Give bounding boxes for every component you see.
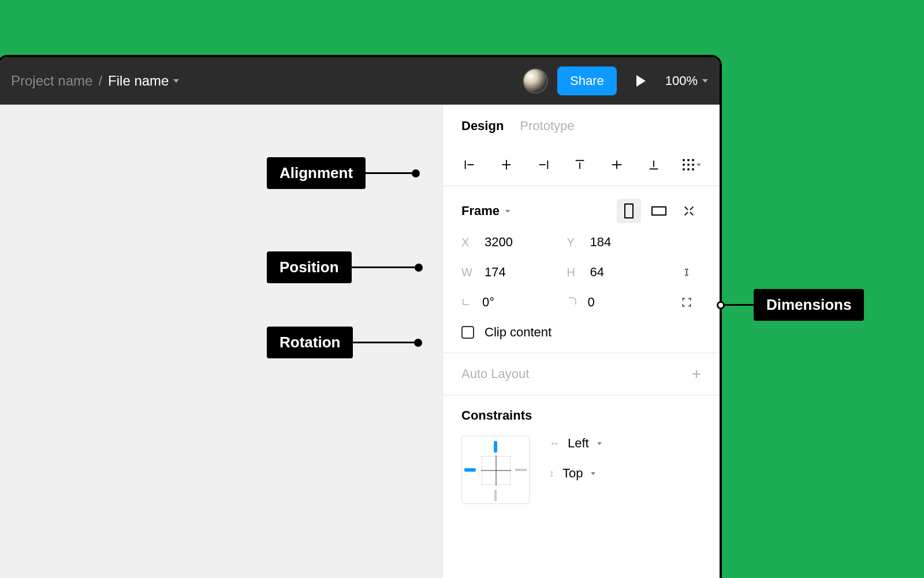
chevron-down-icon: [702, 79, 708, 83]
resize-to-fit-icon[interactable]: [677, 199, 701, 223]
align-horizontal-center-icon[interactable]: [498, 157, 515, 173]
h-value: 64: [590, 265, 604, 280]
callout-alignment: Alignment: [267, 157, 420, 189]
orientation-landscape-button[interactable]: [647, 199, 671, 223]
horizontal-constraint-dropdown[interactable]: ↔ Left: [549, 436, 602, 451]
auto-layout-section: Auto Layout +: [443, 353, 720, 395]
chevron-down-icon: [591, 472, 595, 475]
distribute-menu[interactable]: [683, 159, 701, 171]
horizontal-constraint-value: Left: [568, 436, 589, 451]
callout-dot: [415, 264, 423, 272]
radius-value: 0: [588, 295, 595, 310]
panel-tabs: Design Prototype: [443, 105, 720, 144]
orientation-portrait-button[interactable]: [617, 199, 641, 223]
app-window: Project name / File name Share 100% Desi…: [0, 55, 722, 578]
chevron-down-icon: [597, 442, 602, 445]
height-input[interactable]: H 64: [567, 265, 673, 280]
frame-type-dropdown[interactable]: Frame: [461, 203, 510, 218]
zoom-dropdown[interactable]: 100%: [665, 73, 708, 88]
rotation-input[interactable]: 0°: [461, 295, 567, 310]
top-toolbar: Project name / File name Share 100%: [0, 57, 720, 105]
design-panel: Design Prototype: [442, 105, 720, 578]
y-value: 184: [590, 235, 612, 250]
y-label: Y: [567, 236, 580, 249]
callout-dot: [412, 169, 420, 177]
frame-label: Frame: [461, 203, 500, 218]
clip-content-label: Clip content: [485, 325, 552, 340]
alignment-section: [443, 144, 720, 186]
callout-dimensions: Dimensions: [717, 289, 864, 321]
x-value: 3200: [485, 235, 513, 250]
constraints-widget[interactable]: [461, 436, 530, 504]
corner-radius-icon: [567, 296, 578, 309]
h-label: H: [567, 266, 580, 279]
tab-design[interactable]: Design: [461, 118, 504, 134]
callout-dot: [717, 301, 725, 309]
callout-label: Rotation: [267, 327, 353, 358]
callout-label: Alignment: [267, 157, 366, 189]
x-label: X: [461, 236, 474, 249]
constrain-proportions-icon[interactable]: [672, 266, 701, 278]
tab-prototype[interactable]: Prototype: [520, 118, 574, 134]
vertical-arrow-icon: ↕: [549, 468, 554, 480]
add-auto-layout-button[interactable]: +: [692, 366, 701, 382]
y-input[interactable]: Y 184: [567, 235, 673, 250]
file-name[interactable]: File name: [108, 73, 179, 89]
file-name-label: File name: [108, 73, 169, 89]
independent-corners-icon[interactable]: [672, 297, 701, 308]
align-right-icon[interactable]: [535, 157, 552, 173]
rotation-value: 0°: [482, 295, 494, 310]
zoom-value: 100%: [665, 73, 698, 88]
avatar[interactable]: [523, 68, 548, 94]
align-vertical-center-icon[interactable]: [609, 157, 625, 173]
callout-rotation: Rotation: [267, 327, 422, 358]
x-input[interactable]: X 3200: [461, 235, 567, 250]
frame-section: Frame X 3200: [443, 186, 720, 353]
auto-layout-label: Auto Layout: [461, 366, 529, 381]
tidy-icon: [683, 159, 694, 171]
w-label: W: [461, 266, 474, 279]
chevron-down-icon: [173, 79, 179, 83]
angle-icon: [461, 296, 472, 309]
breadcrumb: Project name / File name: [11, 73, 179, 89]
clip-content-checkbox[interactable]: [461, 326, 474, 339]
callout-dot: [414, 339, 422, 347]
callout-label: Dimensions: [754, 289, 864, 321]
constraints-section: Constraints ↔ Left: [443, 395, 720, 517]
corner-radius-input[interactable]: 0: [567, 295, 673, 310]
vertical-constraint-dropdown[interactable]: ↕ Top: [549, 466, 602, 481]
project-name[interactable]: Project name: [11, 73, 92, 89]
breadcrumb-separator: /: [98, 73, 102, 89]
align-top-icon[interactable]: [572, 157, 588, 173]
constraints-title: Constraints: [461, 408, 701, 423]
share-button[interactable]: Share: [557, 66, 617, 95]
align-left-icon[interactable]: [461, 157, 478, 173]
chevron-down-icon: [505, 210, 510, 213]
vertical-constraint-value: Top: [562, 466, 583, 481]
play-icon[interactable]: [636, 75, 646, 87]
callout-position: Position: [267, 251, 423, 283]
chevron-down-icon: [696, 164, 701, 166]
width-input[interactable]: W 174: [461, 265, 567, 280]
align-bottom-icon[interactable]: [646, 157, 662, 173]
horizontal-arrow-icon: ↔: [549, 438, 560, 450]
w-value: 174: [485, 265, 506, 280]
callout-label: Position: [267, 251, 352, 283]
